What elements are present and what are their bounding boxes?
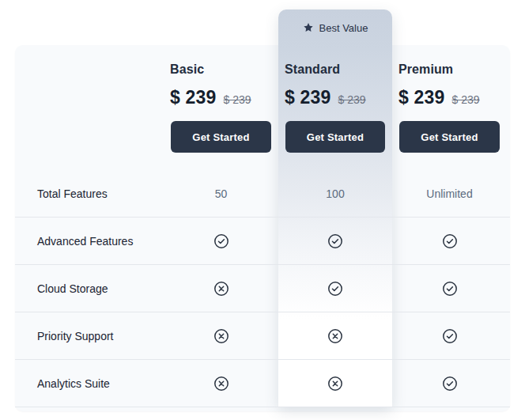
- check-circle-icon: [327, 281, 343, 297]
- feature-label: Cloud Storage: [15, 282, 164, 295]
- table-row-total-features: Total Features 50 100 Unlimited: [15, 170, 510, 218]
- get-started-button-standard[interactable]: Get Started: [285, 121, 385, 153]
- feature-value: 50: [164, 187, 278, 200]
- plan-header-row: Basic $ 239 $ 239 Get Started Standard $…: [15, 45, 510, 170]
- table-row-advanced-features: Advanced Features: [15, 218, 510, 265]
- check-circle-icon: [442, 376, 458, 392]
- feature-label: Priority Support: [15, 330, 164, 342]
- feature-available: [278, 281, 392, 297]
- table-row-priority-support: Priority Support: [15, 312, 510, 360]
- feature-value: Unlimited: [392, 187, 507, 200]
- feature-unavailable: [278, 376, 392, 392]
- header-spacer: [15, 45, 164, 170]
- check-circle-icon: [442, 281, 458, 297]
- feature-label: Total Features: [15, 187, 164, 200]
- x-circle-icon: [213, 376, 229, 392]
- feature-value: 100: [278, 187, 392, 200]
- price-old: $ 239: [452, 93, 480, 106]
- plan-header-basic: Basic $ 239 $ 239 Get Started: [164, 45, 278, 170]
- best-value-label: Best Value: [319, 22, 368, 34]
- x-circle-icon: [327, 376, 343, 392]
- feature-label: Analytics Suite: [15, 377, 164, 390]
- plan-header-standard: Standard $ 239 $ 239 Get Started: [278, 45, 392, 170]
- price-old: $ 239: [224, 93, 251, 106]
- price-current: $ 239: [285, 87, 331, 108]
- pricing-page: Best Value Basic $ 239 $ 239 Get Started…: [0, 0, 525, 420]
- x-circle-icon: [213, 328, 229, 344]
- plan-name: Basic: [170, 62, 272, 77]
- feature-available: [392, 328, 507, 344]
- feature-available: [392, 281, 507, 297]
- star-icon: [303, 22, 314, 33]
- price-line: $ 239 $ 239: [398, 87, 500, 108]
- feature-unavailable: [164, 376, 278, 392]
- table-row-analytics-suite: Analytics Suite: [15, 360, 510, 407]
- plan-header-premium: Premium $ 239 $ 239 Get Started: [392, 45, 507, 170]
- plan-name: Standard: [285, 62, 386, 77]
- feature-unavailable: [164, 281, 278, 297]
- price-old: $ 239: [338, 93, 366, 106]
- check-circle-icon: [442, 328, 458, 344]
- pricing-table: Basic $ 239 $ 239 Get Started Standard $…: [15, 45, 510, 407]
- feature-available: [164, 233, 278, 249]
- x-circle-icon: [213, 281, 229, 297]
- check-circle-icon: [213, 233, 229, 249]
- price-current: $ 239: [398, 87, 445, 108]
- get-started-button-basic[interactable]: Get Started: [171, 121, 271, 153]
- x-circle-icon: [327, 328, 343, 344]
- plan-name: Premium: [398, 62, 500, 77]
- feature-label: Advanced Features: [15, 235, 164, 248]
- price-line: $ 239 $ 239: [170, 87, 272, 108]
- feature-unavailable: [164, 328, 278, 344]
- feature-available: [278, 233, 392, 249]
- feature-available: [392, 376, 507, 392]
- best-value-badge: Best Value: [278, 9, 392, 46]
- get-started-button-premium[interactable]: Get Started: [399, 121, 500, 153]
- table-row-cloud-storage: Cloud Storage: [15, 265, 510, 312]
- check-circle-icon: [442, 233, 458, 249]
- price-line: $ 239 $ 239: [285, 87, 386, 108]
- check-circle-icon: [327, 233, 343, 249]
- price-current: $ 239: [170, 87, 217, 108]
- feature-unavailable: [278, 328, 392, 344]
- feature-available: [392, 233, 507, 249]
